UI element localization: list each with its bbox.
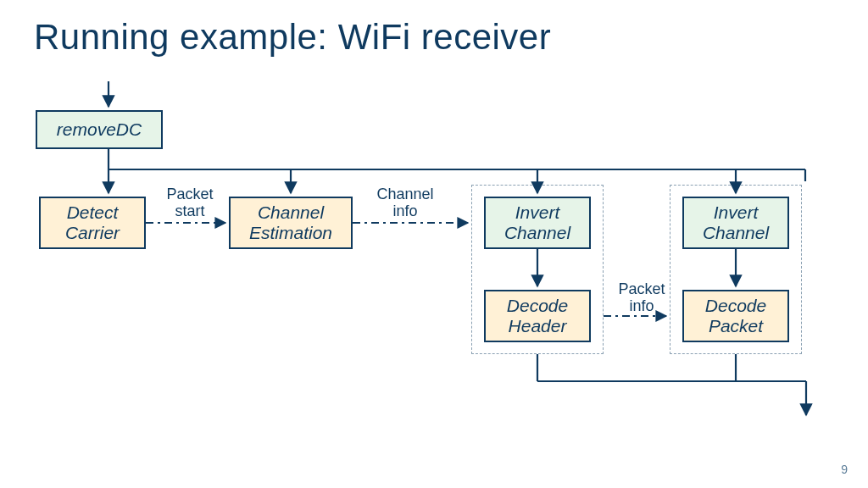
group-packet-path bbox=[670, 185, 802, 354]
page-number: 9 bbox=[841, 463, 848, 476]
group-header-path bbox=[471, 185, 604, 354]
label-channel-info: Channel info bbox=[371, 186, 439, 220]
slide-title: Running example: WiFi receiver bbox=[34, 17, 551, 58]
node-channel-estimation: Channel Estimation bbox=[229, 197, 353, 249]
slide: Running example: WiFi receiver 9 removeD… bbox=[0, 0, 868, 488]
label-packet-info: Packet info bbox=[612, 281, 671, 315]
node-removedc: removeDC bbox=[36, 110, 163, 149]
label-packet-start: Packet start bbox=[160, 186, 220, 220]
node-detect-carrier: Detect Carrier bbox=[39, 197, 146, 249]
